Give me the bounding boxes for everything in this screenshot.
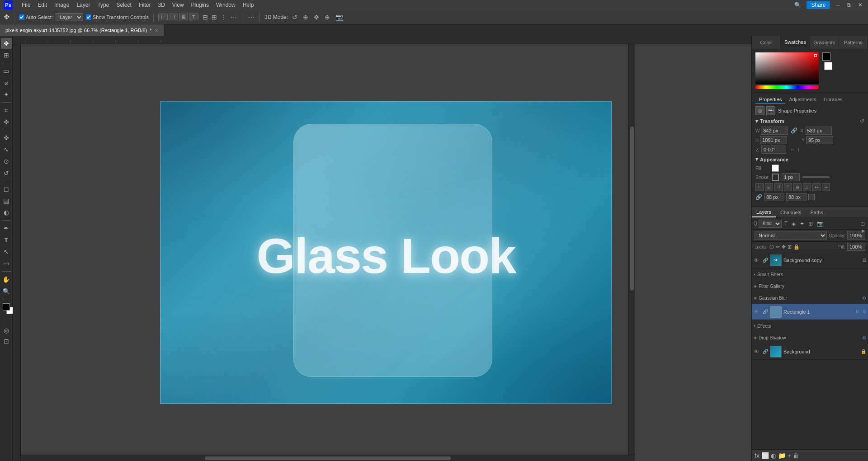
align-right-btn[interactable]: ⊣: [774, 183, 783, 191]
blend-mode-select[interactable]: Normal: [755, 231, 827, 240]
menu-help[interactable]: Help: [243, 2, 254, 8]
add-layer-style-btn[interactable]: fx: [755, 452, 760, 459]
document-tab[interactable]: pixels-engin-akyurt-1435752.jpg @ 66.7% …: [0, 24, 164, 36]
bg-link-icon[interactable]: 🔗: [763, 349, 768, 354]
layer-visibility-eye[interactable]: 👁: [754, 257, 761, 263]
layers-filter-dropdown[interactable]: Kind: [759, 220, 782, 228]
distribute-btn[interactable]: ⋮: [219, 13, 228, 22]
menu-plugins[interactable]: Plugins: [191, 2, 209, 8]
hand-tool-btn[interactable]: ✋: [1, 274, 12, 285]
new-group-btn[interactable]: 📁: [778, 452, 786, 459]
transform-collapse-arrow[interactable]: ▾: [755, 118, 758, 124]
extra-align-btn[interactable]: ⊷: [812, 183, 821, 191]
align-left-edges-btn[interactable]: ⊢: [158, 14, 168, 20]
path-select-btn[interactable]: ↖: [1, 246, 12, 257]
align-right-edges-btn[interactable]: ⊞: [179, 14, 188, 20]
auto-select-checkbox[interactable]: [19, 14, 24, 20]
shape-tool-btn[interactable]: ▭: [1, 258, 12, 269]
menu-image[interactable]: Image: [54, 2, 69, 8]
appearance-arrow[interactable]: ▾: [755, 156, 758, 162]
screen-mode-btn[interactable]: ⊡: [1, 336, 12, 347]
filter-toggle-btn[interactable]: ⊡: [859, 220, 866, 228]
lock-pixels-btn[interactable]: ✏: [776, 244, 780, 250]
filter-smart-btn[interactable]: 📷: [816, 220, 825, 228]
healing-brush-btn[interactable]: ✜: [1, 132, 12, 143]
menu-select[interactable]: Select: [116, 2, 131, 8]
filter-adj-btn[interactable]: ◈: [790, 220, 797, 228]
link-icon[interactable]: 🔗: [791, 127, 797, 134]
tab-adjustments[interactable]: Adjustments: [785, 96, 820, 103]
stroke-width-input[interactable]: [782, 173, 800, 181]
lock-position-btn[interactable]: ✥: [782, 244, 786, 250]
menu-type[interactable]: Type: [97, 2, 109, 8]
corner-link-icon[interactable]: 🔗: [755, 194, 762, 200]
angle-flip-h-btn[interactable]: ↔: [790, 146, 795, 153]
menu-window[interactable]: Window: [216, 2, 236, 8]
tab-gradients[interactable]: Gradients: [810, 36, 839, 49]
tab-patterns[interactable]: Patterns: [839, 36, 868, 49]
scroll-horizontal[interactable]: [21, 455, 635, 461]
rect-link-icon[interactable]: 🔗: [763, 309, 768, 314]
sub-layer-effects[interactable]: ▾ Effects: [752, 320, 868, 332]
tab-color[interactable]: Color: [752, 36, 781, 49]
tab-swatches[interactable]: Swatches: [781, 36, 810, 49]
minimize-icon[interactable]: ─: [834, 1, 841, 9]
color-saturation-field[interactable]: [755, 52, 819, 84]
menu-edit[interactable]: Edit: [38, 2, 47, 8]
artboard-tool-btn[interactable]: ⊞: [1, 50, 12, 61]
3d-pan-btn[interactable]: ✥: [312, 13, 321, 22]
align-top-btn[interactable]: ⊤: [189, 14, 198, 20]
lock-transparent-btn[interactable]: ⬡: [769, 244, 774, 250]
background-swatch[interactable]: [824, 62, 832, 70]
layer-item-rectangle1[interactable]: 👁 🔗 Rectangle 1 fx ⚙: [752, 304, 868, 320]
height-input[interactable]: [760, 136, 787, 144]
align-horizontal-btn[interactable]: ⊟: [201, 13, 209, 22]
distribute-v-btn[interactable]: ⋯: [229, 13, 238, 22]
crop-tool-btn[interactable]: ⌗: [1, 105, 12, 116]
add-mask-btn[interactable]: ⬜: [761, 452, 769, 459]
tab-paths[interactable]: Paths: [806, 207, 828, 217]
lock-all-btn[interactable]: 🔒: [793, 244, 800, 250]
tab-layers[interactable]: Layers: [752, 207, 776, 217]
corner-radius-input-1[interactable]: [764, 193, 784, 201]
menu-3d[interactable]: 3D: [158, 2, 165, 8]
3d-orbit-btn[interactable]: ⊕: [302, 13, 310, 22]
zoom-tool-btn[interactable]: 🔍: [1, 286, 12, 296]
sub-layer-drop-shadow[interactable]: ◈ Drop Shadow ⚙: [752, 332, 868, 343]
filter-text-btn[interactable]: ✦: [798, 220, 806, 228]
extra-align-btn2[interactable]: ⊸: [822, 183, 830, 191]
pen-tool-btn[interactable]: ✒: [1, 223, 12, 234]
share-button[interactable]: Share: [807, 1, 830, 9]
align-bottom-btn[interactable]: ⊥: [803, 183, 811, 191]
align-vertical-btn[interactable]: ⊞: [210, 13, 218, 22]
sub-layer-gaussian-blur[interactable]: ◈ Gaussian Blur ⚙: [752, 292, 868, 304]
lasso-tool-btn[interactable]: ⌀: [1, 77, 12, 88]
history-brush-btn[interactable]: ↺: [1, 168, 12, 179]
gradient-btn[interactable]: ▤: [1, 195, 12, 206]
filter-type-btn[interactable]: T: [783, 220, 789, 228]
x-input[interactable]: [805, 127, 832, 135]
stroke-slider[interactable]: [802, 176, 830, 178]
auto-select-dropdown[interactable]: Layer Group: [56, 13, 83, 21]
foreground-swatch[interactable]: [822, 52, 830, 61]
foreground-color[interactable]: [3, 303, 10, 310]
layer-fx-badge[interactable]: fx: [856, 309, 859, 314]
sub-layer-smart-filters[interactable]: ▾ Smart Filters: [752, 268, 868, 280]
y-input[interactable]: [806, 136, 833, 144]
stroke-swatch[interactable]: [772, 174, 779, 181]
search-icon[interactable]: 🔍: [793, 1, 803, 9]
eraser-btn[interactable]: ◻: [1, 183, 12, 194]
align-top-edge-btn[interactable]: ⊤: [784, 183, 792, 191]
rect-visibility-eye[interactable]: 👁: [754, 309, 761, 315]
corner-radius-input-2[interactable]: [786, 193, 807, 201]
tab-channels[interactable]: Channels: [776, 207, 806, 217]
rect-settings-icon[interactable]: ⚙: [862, 309, 866, 314]
angle-flip-v-btn[interactable]: ↕: [797, 146, 800, 153]
scroll-vertical[interactable]: [628, 44, 635, 455]
angle-input[interactable]: [761, 146, 786, 154]
shape-grid-icon-btn[interactable]: ⊞: [755, 106, 764, 115]
type-tool-btn[interactable]: T: [1, 235, 12, 245]
layer-link-icon[interactable]: 🔗: [763, 258, 768, 263]
hue-slider[interactable]: [755, 85, 819, 89]
tab-properties[interactable]: Properties: [755, 96, 785, 103]
